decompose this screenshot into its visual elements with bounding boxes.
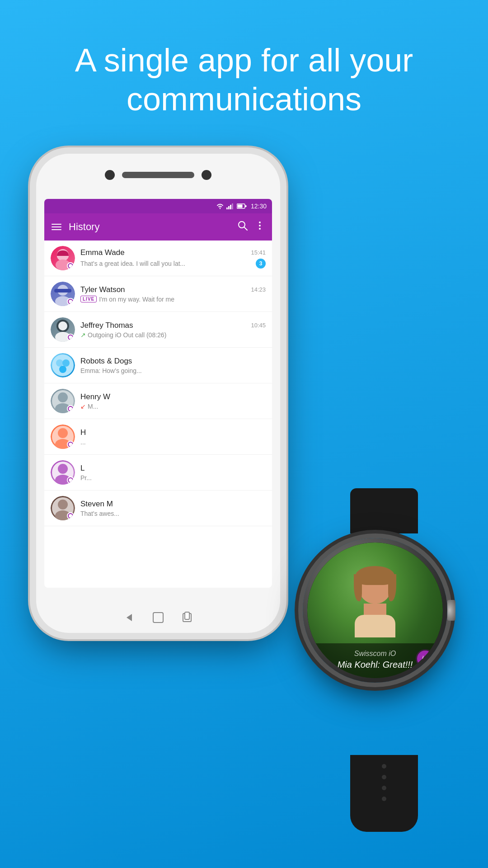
- watch-case: Swisscom iO Mia Koehl: Great!!! iO: [303, 538, 447, 683]
- chat-name: H: [80, 428, 86, 437]
- svg-rect-1: [228, 206, 230, 209]
- chat-preview: That's a great idea. I will call you lat…: [80, 260, 185, 267]
- outgoing-call-icon: ↗: [80, 331, 86, 339]
- chat-name: Steven M: [80, 500, 113, 509]
- chat-time: 10:45: [251, 322, 266, 329]
- watch-crown: [447, 600, 455, 621]
- smartwatch-device: Swisscom iO Mia Koehl: Great!!! iO: [289, 515, 479, 769]
- io-badge-jeffrey: [67, 334, 74, 341]
- chat-content-steven: Steven M That's awes...: [80, 500, 266, 517]
- preview-row: ↗ Outgoing iO Out call (08:26): [80, 331, 166, 339]
- home-button[interactable]: [152, 611, 164, 624]
- battery-icon: [237, 203, 247, 209]
- svg-rect-16: [54, 289, 71, 292]
- chat-preview: I'm on my way. Wait for me: [99, 296, 174, 303]
- headline-text: A single app for all your communications: [63, 41, 425, 119]
- unread-badge: 3: [256, 259, 266, 269]
- hamburger-line-1: [52, 224, 61, 225]
- chat-name: Henry W: [80, 392, 110, 401]
- chat-item-emma-wade[interactable]: Emma Wade 15:41 That's a great idea. I w…: [44, 241, 272, 276]
- chat-content-robots: Robots & Dogs Emma: How's going...: [80, 357, 266, 374]
- svg-point-26: [58, 392, 68, 402]
- svg-marker-37: [127, 614, 132, 621]
- chat-name: L: [80, 464, 84, 473]
- chat-item-l[interactable]: L Pr...: [44, 455, 272, 491]
- chat-content-l: L Pr...: [80, 464, 266, 481]
- watch-photo-bg: Swisscom iO Mia Koehl: Great!!! iO: [307, 542, 443, 678]
- io-badge-henry: [67, 405, 74, 412]
- chat-list: Emma Wade 15:41 That's a great idea. I w…: [44, 241, 272, 526]
- io-badge-emma: [67, 262, 74, 269]
- chat-name: Emma Wade: [80, 248, 125, 257]
- search-button[interactable]: [238, 221, 248, 233]
- toolbar-title: History: [69, 221, 230, 233]
- svg-point-10: [259, 225, 261, 226]
- svg-point-23: [62, 359, 70, 367]
- chat-item-jeffrey-thomas[interactable]: Jeffrey Thomas 10:45 ↗ Outgoing iO Out c…: [44, 312, 272, 348]
- chat-item-h[interactable]: H ...: [44, 419, 272, 455]
- strap-hole: [382, 797, 386, 801]
- status-bar: 12:30: [44, 199, 272, 213]
- back-button[interactable]: [123, 611, 136, 624]
- chat-time: 15:41: [251, 249, 266, 256]
- svg-point-11: [259, 228, 261, 230]
- chat-name: Jeffrey Thomas: [80, 321, 133, 330]
- chat-item-steven-m[interactable]: Steven M That's awes...: [44, 491, 272, 526]
- avatar-h: [51, 425, 75, 449]
- chat-content-h: H ...: [80, 428, 266, 446]
- watch-screen: Swisscom iO Mia Koehl: Great!!! iO: [307, 542, 443, 678]
- svg-line-8: [244, 227, 247, 230]
- app-toolbar: History: [44, 213, 272, 241]
- chat-preview: M...: [88, 403, 98, 410]
- more-options-button[interactable]: [255, 221, 265, 233]
- svg-point-32: [58, 464, 68, 474]
- hamburger-menu-button[interactable]: [52, 224, 61, 230]
- status-icons: 12:30: [216, 203, 267, 210]
- avatar-robots-dogs: [51, 353, 75, 377]
- phone-top-bar: [105, 170, 211, 180]
- chat-content-tyler: Tyler Watson 14:23 LIVE I'm on my way. W…: [80, 285, 266, 303]
- svg-rect-40: [185, 612, 189, 619]
- live-badge: LIVE: [80, 296, 97, 302]
- chat-preview: ...: [80, 439, 86, 446]
- watch-io-badge: iO: [416, 649, 435, 668]
- phone-nav-bar: [123, 611, 193, 624]
- wifi-icon: [216, 203, 224, 209]
- chat-item-tyler-watson[interactable]: Tyler Watson 14:23 LIVE I'm on my way. W…: [44, 276, 272, 312]
- svg-rect-6: [245, 205, 246, 207]
- chat-name: Robots & Dogs: [80, 357, 132, 366]
- svg-rect-5: [237, 205, 242, 208]
- chat-content-henry: Henry W ↙ M...: [80, 392, 266, 410]
- avatar-l: [51, 460, 75, 485]
- preview-row: ↙ M...: [80, 403, 98, 410]
- io-badge-steven: [67, 512, 74, 519]
- io-badge-tyler: [67, 298, 74, 305]
- chat-preview: Pr...: [80, 474, 92, 481]
- chat-preview: Emma: How's going...: [80, 367, 142, 374]
- headline-section: A single app for all your communications: [0, 0, 488, 146]
- chat-preview: That's awes...: [80, 510, 119, 517]
- io-badge-h: [67, 441, 74, 448]
- svg-rect-2: [230, 205, 231, 209]
- svg-point-9: [259, 222, 261, 223]
- phone-screen: 12:30 History: [44, 199, 272, 588]
- camera-icon: [105, 170, 115, 180]
- chat-name: Tyler Watson: [80, 285, 125, 294]
- hamburger-line-3: [52, 229, 61, 230]
- recents-button[interactable]: [181, 611, 193, 624]
- preview-row: LIVE I'm on my way. Wait for me: [80, 296, 174, 303]
- avatar-emma-wade: [51, 246, 75, 270]
- svg-rect-3: [232, 203, 233, 209]
- chat-item-robots-dogs[interactable]: Robots & Dogs Emma: How's going...: [44, 348, 272, 383]
- front-camera-icon: [202, 170, 211, 180]
- svg-point-24: [59, 366, 66, 373]
- svg-point-22: [56, 359, 63, 367]
- io-badge-l: [67, 476, 74, 484]
- svg-point-29: [58, 428, 68, 438]
- chat-item-henry-w[interactable]: Henry W ↙ M...: [44, 383, 272, 419]
- chat-content-jeffrey: Jeffrey Thomas 10:45 ↗ Outgoing iO Out c…: [80, 321, 266, 339]
- strap-hole: [382, 775, 386, 779]
- avatar-tyler-watson: [51, 282, 75, 306]
- chat-preview: Outgoing iO Out call (08:26): [88, 331, 166, 339]
- status-time: 12:30: [251, 203, 267, 210]
